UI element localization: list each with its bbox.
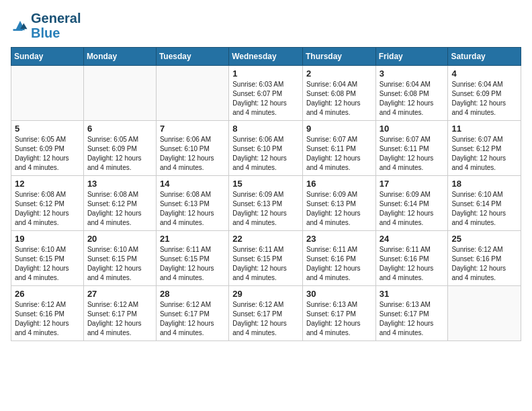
calendar-cell: 28Sunrise: 6:12 AMSunset: 6:17 PMDayligh…	[156, 286, 228, 341]
day-info: Sunrise: 6:12 AMSunset: 6:16 PMDaylight:…	[15, 300, 80, 338]
calendar-cell: 1Sunrise: 6:03 AMSunset: 6:07 PMDaylight…	[229, 66, 303, 121]
day-number: 10	[380, 124, 445, 134]
calendar-cell: 21Sunrise: 6:11 AMSunset: 6:15 PMDayligh…	[156, 231, 228, 286]
day-number: 5	[15, 124, 80, 134]
day-info: Sunrise: 6:03 AMSunset: 6:07 PMDaylight:…	[232, 80, 299, 118]
calendar-table: SundayMondayTuesdayWednesdayThursdayFrid…	[11, 47, 521, 341]
day-info: Sunrise: 6:11 AMSunset: 6:16 PMDaylight:…	[380, 245, 445, 283]
day-info: Sunrise: 6:08 AMSunset: 6:12 PMDaylight:…	[15, 190, 80, 228]
calendar-cell: 25Sunrise: 6:12 AMSunset: 6:16 PMDayligh…	[448, 231, 521, 286]
day-info: Sunrise: 6:10 AMSunset: 6:14 PMDaylight:…	[451, 190, 517, 228]
day-number: 26	[15, 289, 80, 299]
day-number: 27	[87, 289, 152, 299]
calendar-cell: 10Sunrise: 6:07 AMSunset: 6:11 PMDayligh…	[375, 121, 448, 176]
weekday-header: Friday	[375, 48, 448, 66]
calendar-cell: 29Sunrise: 6:12 AMSunset: 6:17 PMDayligh…	[229, 286, 303, 341]
day-number: 19	[15, 234, 80, 244]
day-number: 8	[232, 124, 299, 134]
calendar-cell: 26Sunrise: 6:12 AMSunset: 6:16 PMDayligh…	[11, 286, 84, 341]
day-number: 12	[15, 179, 80, 189]
calendar-cell: 8Sunrise: 6:06 AMSunset: 6:10 PMDaylight…	[229, 121, 303, 176]
day-number: 15	[232, 179, 299, 189]
calendar-cell: 30Sunrise: 6:13 AMSunset: 6:17 PMDayligh…	[302, 286, 375, 341]
day-info: Sunrise: 6:13 AMSunset: 6:17 PMDaylight:…	[306, 300, 372, 338]
day-info: Sunrise: 6:13 AMSunset: 6:17 PMDaylight:…	[380, 300, 445, 338]
svg-rect-3	[13, 29, 23, 31]
weekday-header: Thursday	[302, 48, 375, 66]
day-info: Sunrise: 6:11 AMSunset: 6:15 PMDaylight:…	[232, 245, 299, 283]
day-number: 20	[87, 234, 152, 244]
day-number: 18	[451, 179, 517, 189]
day-number: 4	[451, 68, 517, 79]
day-info: Sunrise: 6:12 AMSunset: 6:17 PMDaylight:…	[87, 300, 152, 338]
calendar-cell: 9Sunrise: 6:07 AMSunset: 6:11 PMDaylight…	[302, 121, 375, 176]
calendar-cell: 24Sunrise: 6:11 AMSunset: 6:16 PMDayligh…	[375, 231, 448, 286]
calendar-cell: 17Sunrise: 6:09 AMSunset: 6:14 PMDayligh…	[375, 176, 448, 231]
day-info: Sunrise: 6:05 AMSunset: 6:09 PMDaylight:…	[87, 135, 152, 173]
calendar-cell	[11, 66, 84, 121]
day-number: 23	[306, 234, 372, 244]
day-info: Sunrise: 6:04 AMSunset: 6:08 PMDaylight:…	[380, 80, 445, 118]
calendar-week-row: 1Sunrise: 6:03 AMSunset: 6:07 PMDaylight…	[11, 66, 521, 121]
logo: General Blue	[11, 11, 81, 40]
calendar-cell: 7Sunrise: 6:06 AMSunset: 6:10 PMDaylight…	[156, 121, 228, 176]
day-info: Sunrise: 6:08 AMSunset: 6:12 PMDaylight:…	[87, 190, 152, 228]
weekday-header: Tuesday	[156, 48, 228, 66]
day-number: 14	[160, 179, 225, 189]
calendar-cell: 2Sunrise: 6:04 AMSunset: 6:08 PMDaylight…	[302, 66, 375, 121]
day-number: 2	[306, 68, 372, 79]
calendar-cell: 27Sunrise: 6:12 AMSunset: 6:17 PMDayligh…	[83, 286, 156, 341]
calendar-cell: 12Sunrise: 6:08 AMSunset: 6:12 PMDayligh…	[11, 176, 84, 231]
calendar-cell: 18Sunrise: 6:10 AMSunset: 6:14 PMDayligh…	[448, 176, 521, 231]
calendar-cell: 20Sunrise: 6:10 AMSunset: 6:15 PMDayligh…	[83, 231, 156, 286]
calendar-cell	[83, 66, 156, 121]
calendar-cell: 19Sunrise: 6:10 AMSunset: 6:15 PMDayligh…	[11, 231, 84, 286]
calendar-cell: 11Sunrise: 6:07 AMSunset: 6:12 PMDayligh…	[448, 121, 521, 176]
day-number: 1	[232, 68, 299, 79]
day-info: Sunrise: 6:09 AMSunset: 6:13 PMDaylight:…	[306, 190, 372, 228]
day-number: 17	[380, 179, 445, 189]
logo-icon	[11, 16, 30, 35]
day-info: Sunrise: 6:07 AMSunset: 6:11 PMDaylight:…	[380, 135, 445, 173]
day-info: Sunrise: 6:06 AMSunset: 6:10 PMDaylight:…	[160, 135, 225, 173]
day-number: 24	[380, 234, 445, 244]
day-info: Sunrise: 6:05 AMSunset: 6:09 PMDaylight:…	[15, 135, 80, 173]
calendar-cell: 31Sunrise: 6:13 AMSunset: 6:17 PMDayligh…	[375, 286, 448, 341]
calendar-header-row: SundayMondayTuesdayWednesdayThursdayFrid…	[11, 48, 521, 66]
calendar-cell	[448, 286, 521, 341]
weekday-header: Monday	[83, 48, 156, 66]
day-info: Sunrise: 6:04 AMSunset: 6:08 PMDaylight:…	[306, 80, 372, 118]
day-number: 29	[232, 289, 299, 299]
day-info: Sunrise: 6:06 AMSunset: 6:10 PMDaylight:…	[232, 135, 299, 173]
calendar-cell	[156, 66, 228, 121]
weekday-header: Sunday	[11, 48, 84, 66]
day-number: 31	[380, 289, 445, 299]
day-info: Sunrise: 6:07 AMSunset: 6:11 PMDaylight:…	[306, 135, 372, 173]
day-info: Sunrise: 6:08 AMSunset: 6:13 PMDaylight:…	[160, 190, 225, 228]
logo-text-blue: Blue	[31, 26, 81, 40]
calendar-cell: 4Sunrise: 6:04 AMSunset: 6:09 PMDaylight…	[448, 66, 521, 121]
day-number: 22	[232, 234, 299, 244]
day-info: Sunrise: 6:09 AMSunset: 6:13 PMDaylight:…	[232, 190, 299, 228]
page-header: General Blue	[11, 11, 521, 40]
calendar-cell: 3Sunrise: 6:04 AMSunset: 6:08 PMDaylight…	[375, 66, 448, 121]
day-number: 9	[306, 124, 372, 134]
day-number: 16	[306, 179, 372, 189]
day-info: Sunrise: 6:10 AMSunset: 6:15 PMDaylight:…	[15, 245, 80, 283]
day-info: Sunrise: 6:07 AMSunset: 6:12 PMDaylight:…	[451, 135, 517, 173]
day-info: Sunrise: 6:12 AMSunset: 6:17 PMDaylight:…	[232, 300, 299, 338]
calendar-cell: 5Sunrise: 6:05 AMSunset: 6:09 PMDaylight…	[11, 121, 84, 176]
calendar-week-row: 19Sunrise: 6:10 AMSunset: 6:15 PMDayligh…	[11, 231, 521, 286]
day-info: Sunrise: 6:12 AMSunset: 6:16 PMDaylight:…	[451, 245, 517, 283]
calendar-week-row: 12Sunrise: 6:08 AMSunset: 6:12 PMDayligh…	[11, 176, 521, 231]
calendar-cell: 13Sunrise: 6:08 AMSunset: 6:12 PMDayligh…	[83, 176, 156, 231]
calendar-cell: 23Sunrise: 6:11 AMSunset: 6:16 PMDayligh…	[302, 231, 375, 286]
day-info: Sunrise: 6:04 AMSunset: 6:09 PMDaylight:…	[451, 80, 517, 118]
day-number: 3	[380, 68, 445, 79]
day-number: 6	[87, 124, 152, 134]
day-number: 21	[160, 234, 225, 244]
day-info: Sunrise: 6:11 AMSunset: 6:16 PMDaylight:…	[306, 245, 372, 283]
calendar-week-row: 5Sunrise: 6:05 AMSunset: 6:09 PMDaylight…	[11, 121, 521, 176]
calendar-week-row: 26Sunrise: 6:12 AMSunset: 6:16 PMDayligh…	[11, 286, 521, 341]
day-number: 13	[87, 179, 152, 189]
